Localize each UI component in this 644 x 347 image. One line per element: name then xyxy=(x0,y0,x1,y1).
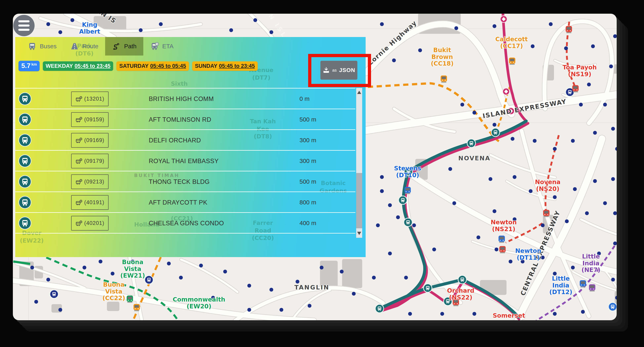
scroll-up-arrow-icon[interactable] xyxy=(357,91,361,94)
station-label-tanglin: TANGLIN xyxy=(294,284,330,291)
station-label-buona-vista-ew21: BuonaVista(EW21) xyxy=(120,259,145,279)
stop-name: BRITISH HIGH COMM xyxy=(149,95,214,103)
tab-route[interactable]: Route xyxy=(63,37,105,56)
stop-code: (09213) xyxy=(84,179,104,185)
bus-stop-code-icon xyxy=(75,158,82,165)
stop-code: (09159) xyxy=(84,117,104,123)
stop-distance: 300 m xyxy=(300,158,316,164)
stop-code-button[interactable]: (09213) xyxy=(71,174,108,189)
schedule-day: SUNDAY xyxy=(195,63,218,69)
train-station-icon xyxy=(566,26,572,33)
stop-row[interactable]: (40191) AFT DRAYCOTT PK 800 m xyxy=(15,192,355,213)
stop-row[interactable]: (09213) THONG TECK BLDG 500 m xyxy=(15,171,355,192)
road-icon xyxy=(70,42,79,51)
stop-code: (09169) xyxy=(84,137,104,143)
stop-code-button[interactable]: (40191) xyxy=(71,195,108,210)
stop-name: THONG TECK BLDG xyxy=(149,178,210,185)
stop-bus-icon xyxy=(18,175,31,188)
train-station-icon xyxy=(498,236,505,243)
stop-row[interactable]: (09179) ROYAL THAI EMBASSY 300 m xyxy=(15,151,355,171)
station-label-bukit-brown-cc18: BukitBrown(CC18) xyxy=(431,47,454,67)
stop-row[interactable]: (40201) CHELSEA GDNS CONDO 400 m xyxy=(15,213,355,234)
panel-tab-bar: BusesRoutePathETA xyxy=(15,37,366,56)
stop-distance: 500 m xyxy=(300,178,316,185)
stop-bus-icon xyxy=(18,196,31,209)
stop-name: DELFI ORCHARD xyxy=(149,137,201,144)
bus-stop-code-icon xyxy=(75,220,82,227)
stop-row[interactable]: (09159) AFT TOMLINSON RD 500 m xyxy=(15,109,355,130)
station-label-orchard-ns22: Orchard(NS22) xyxy=(447,287,474,301)
stop-list-scrollbar[interactable] xyxy=(356,88,362,238)
app-window: KingAlbertCaldecott(CC17)BukitBrown(CC18… xyxy=(13,14,617,320)
stop-name: ROYAL THAI EMBASSY xyxy=(149,158,219,165)
stop-distance: 500 m xyxy=(300,116,316,123)
tab-label: Route xyxy=(82,43,98,50)
stop-name: AFT DRAYCOTT PK xyxy=(149,199,208,206)
stop-name: AFT TOMLINSON RD xyxy=(149,116,211,123)
stop-list: (13201) BRITISH HIGH COMM 0 m (09159) AF… xyxy=(15,88,355,234)
station-label-novena-ns20: Novena(NS20) xyxy=(535,179,560,192)
stop-code: (13201) xyxy=(84,96,104,102)
station-label-buona-vista-cc22: BuonaVista(CC22) xyxy=(102,281,125,301)
stop-bus-icon xyxy=(18,113,31,126)
bus-stop-code-icon xyxy=(75,178,82,185)
stop-bus-icon xyxy=(18,134,31,147)
tab-path[interactable]: Path xyxy=(105,37,143,56)
station-label-toa payoh-ns19: Toa Payoh(NS19) xyxy=(562,64,597,78)
tab-buses[interactable]: Buses xyxy=(21,37,63,56)
stop-bus-icon xyxy=(18,217,31,229)
stop-code-button[interactable]: (13201) xyxy=(71,92,108,106)
stop-row[interactable]: (13201) BRITISH HIGH COMM 0 m xyxy=(15,89,355,109)
bus-stop-code-icon xyxy=(75,95,82,103)
stop-distance: 800 m xyxy=(300,199,316,206)
bus-stop-code-icon xyxy=(75,116,82,123)
station-label-commonwealth-ew20: Commonwealth(EW20) xyxy=(173,296,225,309)
schedule-badge-weekday: WEEKDAY05:45 to 23:45 xyxy=(43,61,113,71)
stop-code-button[interactable]: (09159) xyxy=(71,112,108,127)
schedule-hours: 05:45 to 23:45 xyxy=(74,63,110,69)
station-label-king-albert: KingAlbert xyxy=(79,21,100,35)
train-station-icon xyxy=(127,295,133,303)
stop-code-button[interactable]: (09169) xyxy=(71,133,108,148)
bus-stop-code-icon xyxy=(75,137,82,144)
train-station-icon xyxy=(509,58,515,65)
station-label-newton-dt11: Newton(DT11) xyxy=(515,247,541,261)
stop-distance: 300 m xyxy=(300,137,316,144)
station-label-somerset: Somerset xyxy=(493,312,525,319)
scrollbar-thumb[interactable] xyxy=(356,173,362,228)
schedule-day: WEEKDAY xyxy=(46,63,73,69)
schedule-badge-sunday: SUNDAY05:45 to 23:45 xyxy=(192,61,258,71)
train-station-icon xyxy=(589,284,595,291)
stop-bus-icon xyxy=(18,92,31,105)
schedule-badge-saturday: SATURDAY05:45 to 05:45 xyxy=(116,61,189,71)
distance-unit: km xyxy=(31,62,37,66)
scroll-down-arrow-icon[interactable] xyxy=(357,232,361,235)
station-label-newton-ns21: Newton(NS21) xyxy=(491,219,516,232)
tab-label: ETA xyxy=(162,43,174,50)
stop-row[interactable]: (09169) DELFI ORCHARD 300 m xyxy=(15,130,355,151)
stop-code: (40201) xyxy=(84,220,104,226)
stop-code: (09179) xyxy=(84,158,104,164)
bus-icon xyxy=(28,42,36,51)
station-label-little-india-dt12: LittleIndia(DT12) xyxy=(549,275,572,295)
stop-code-button[interactable]: (40201) xyxy=(71,216,108,230)
menu-button[interactable] xyxy=(13,15,34,36)
tab-label: Buses xyxy=(40,43,56,50)
schedule-hours: 05:45 to 23:45 xyxy=(219,63,255,69)
screenshot-frame: KingAlbertCaldecott(CC17)BukitBrown(CC18… xyxy=(0,0,644,347)
tab-label: Path xyxy=(124,43,136,50)
station-label-stevens-dt10: Stevens(DT10) xyxy=(394,165,421,178)
path-icon xyxy=(112,42,121,51)
stop-code-button[interactable]: (09179) xyxy=(71,154,108,168)
station-label-little-india-ne7: LittleIndia(NE7) xyxy=(582,253,600,273)
stop-distance: 0 m xyxy=(300,95,310,102)
bus-clock-icon xyxy=(150,42,159,51)
stop-distance: 400 m xyxy=(300,220,316,226)
schedule-hours: 05:45 to 05:45 xyxy=(150,63,186,69)
ghost-map-label: Sixth xyxy=(171,80,188,88)
schedule-day: SATURDAY xyxy=(119,63,148,69)
tab-eta[interactable]: ETA xyxy=(143,37,180,56)
station-label-caldecott-cc17: Caldecott(CC17) xyxy=(495,36,528,49)
route-distance-badge: 5.7km xyxy=(18,61,40,71)
stop-code: (40191) xyxy=(84,199,104,206)
